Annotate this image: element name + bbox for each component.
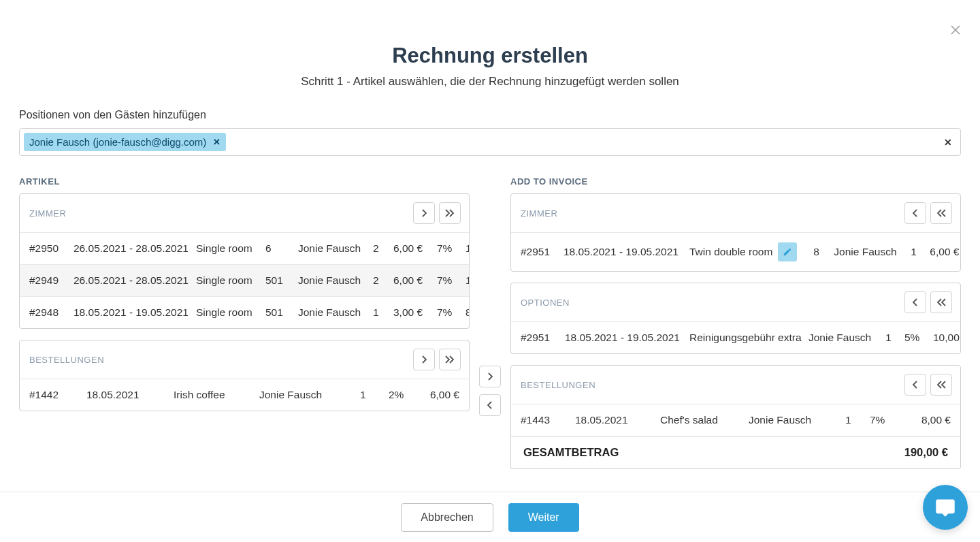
close-icon <box>950 25 961 35</box>
table-row[interactable]: #2950 26.05.2021 - 28.05.2021 Single roo… <box>20 232 469 264</box>
chevron-right-icon <box>421 209 427 217</box>
chevron-double-left-icon <box>936 298 946 306</box>
right-zimmer-panel: ZIMMER #2951 18.05.2021 - 19.05.2021 Twi… <box>510 193 961 272</box>
chevron-left-icon <box>912 381 919 389</box>
chevron-right-icon <box>421 355 427 364</box>
left-orders-panel: BESTELLUNGEN #1442 18.05.2021 Irish coff… <box>19 340 470 411</box>
right-orders-panel: BESTELLUNGEN #1443 18.05.2021 Chef's sal… <box>510 365 961 436</box>
chevron-left-icon <box>912 298 919 306</box>
move-all-left-button[interactable] <box>930 202 952 224</box>
chevron-double-right-icon <box>445 355 455 364</box>
invoice-section-label: ADD TO INVOICE <box>510 176 961 187</box>
move-right-button[interactable] <box>413 202 435 224</box>
chevron-double-right-icon <box>445 209 455 217</box>
move-all-right-button[interactable] <box>439 202 461 224</box>
modal-header: Rechnung erstellen Schritt 1 - Artikel a… <box>0 0 980 89</box>
left-zimmer-panel: ZIMMER #2950 26.05.2021 - 28.05.2021 Sin… <box>19 193 470 329</box>
modal-footer: Abbrechen Weiter <box>0 492 980 542</box>
guest-chip-remove[interactable]: ✕ <box>213 137 220 147</box>
right-optionen-panel: OPTIONEN #2951 18.05.2021 - 19.05.2021 R… <box>510 283 961 354</box>
guests-field-label: Positionen von den Gästen hinzufügen <box>19 109 961 121</box>
chat-widget-button[interactable] <box>923 485 968 530</box>
move-item-right-button[interactable] <box>479 366 501 387</box>
artikel-section-label: ARTIKEL <box>19 176 470 187</box>
table-row[interactable]: #1443 18.05.2021 Chef's salad Jonie Faus… <box>511 404 960 436</box>
guest-chip-label: Jonie Fausch (jonie-fausch@digg.com) <box>29 136 206 148</box>
left-orders-title: BESTELLUNGEN <box>29 355 104 365</box>
clear-input-button[interactable]: ✕ <box>944 137 952 148</box>
total-value: 190,00 € <box>904 446 948 459</box>
move-left-button[interactable] <box>904 374 926 396</box>
chevron-left-icon <box>912 209 919 217</box>
next-button[interactable]: Weiter <box>508 503 579 532</box>
table-row[interactable]: #2949 26.05.2021 - 28.05.2021 Single roo… <box>20 264 469 296</box>
chat-icon <box>934 496 956 518</box>
right-zimmer-title: ZIMMER <box>521 208 557 219</box>
chevron-left-icon <box>487 401 493 409</box>
table-row[interactable]: #2948 18.05.2021 - 19.05.2021 Single roo… <box>20 296 469 328</box>
table-row[interactable]: #2951 18.05.2021 - 19.05.2021 Twin doubl… <box>511 232 960 271</box>
chevron-double-left-icon <box>936 381 946 389</box>
pencil-icon <box>783 247 792 257</box>
move-all-left-button[interactable] <box>930 291 952 313</box>
move-all-right-button[interactable] <box>439 349 461 370</box>
total-label: GESAMTBETRAG <box>523 446 619 459</box>
guest-chip: Jonie Fausch (jonie-fausch@digg.com) ✕ <box>24 133 226 151</box>
move-item-left-button[interactable] <box>479 394 501 416</box>
modal-title: Rechnung erstellen <box>0 44 980 68</box>
close-button[interactable] <box>949 23 962 37</box>
edit-room-button[interactable] <box>778 242 797 261</box>
move-left-button[interactable] <box>904 291 926 313</box>
move-right-button[interactable] <box>413 349 435 370</box>
move-left-button[interactable] <box>904 202 926 224</box>
cancel-button[interactable]: Abbrechen <box>401 503 493 532</box>
right-optionen-title: OPTIONEN <box>521 298 570 308</box>
chevron-right-icon <box>487 372 493 381</box>
total-row: GESAMTBETRAG 190,00 € <box>510 436 961 469</box>
move-all-left-button[interactable] <box>930 374 952 396</box>
chevron-double-left-icon <box>936 209 946 217</box>
guest-select-input[interactable]: Jonie Fausch (jonie-fausch@digg.com) ✕ ✕ <box>19 128 961 156</box>
modal-subtitle: Schritt 1 - Artikel auswählen, die der R… <box>0 75 980 89</box>
table-row[interactable]: #2951 18.05.2021 - 19.05.2021 Reinigungs… <box>511 321 960 353</box>
left-zimmer-title: ZIMMER <box>29 208 66 219</box>
table-row[interactable]: #1442 18.05.2021 Irish coffee Jonie Faus… <box>20 379 469 411</box>
right-orders-title: BESTELLUNGEN <box>521 380 595 390</box>
